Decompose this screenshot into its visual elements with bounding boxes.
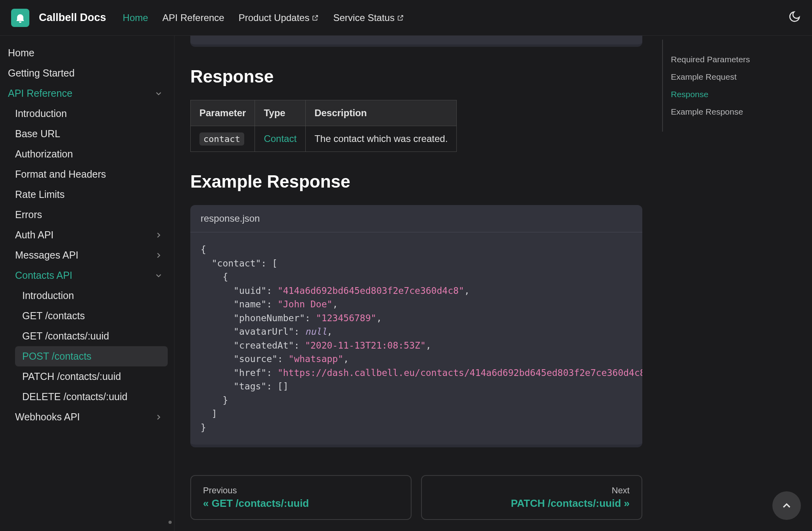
response-table: Parameter Type Description contact Conta…	[190, 100, 457, 152]
example-response-codeblock: response.json { "contact": [ { "uuid": "…	[190, 205, 642, 447]
example-response-heading: Example Response	[190, 172, 642, 192]
sidebar-errors[interactable]: Errors	[0, 205, 171, 225]
chevron-right-icon	[154, 231, 163, 240]
cell-type: Contact	[255, 126, 306, 152]
chevron-right-icon	[154, 413, 163, 422]
table-of-contents: Required Parameters Example Request Resp…	[662, 40, 793, 132]
external-link-icon	[312, 14, 319, 21]
navbar: Callbell Docs Home API Reference Product…	[0, 0, 812, 36]
cell-parameter: contact	[191, 126, 255, 152]
sidebar-api-reference[interactable]: API Reference	[0, 83, 171, 104]
next-label: Next	[434, 485, 630, 496]
sidebar-post-contacts[interactable]: POST /contacts	[15, 346, 168, 366]
pagination: Previous « GET /contacts/:uuid Next PATC…	[190, 475, 642, 520]
json-phone: "123456789"	[316, 313, 376, 323]
sidebar-rate-limits-label: Rate Limits	[15, 189, 65, 200]
cell-description: The contact which was created.	[306, 126, 457, 152]
theme-toggle[interactable]	[788, 10, 801, 25]
sidebar-delete-contact[interactable]: DELETE /contacts/:uuid	[0, 387, 171, 407]
sidebar-get-contact-uuid[interactable]: GET /contacts/:uuid	[0, 326, 171, 346]
type-link-contact[interactable]: Contact	[264, 133, 297, 144]
table-header-parameter: Parameter	[191, 100, 255, 126]
sidebar-messages-api-label: Messages API	[15, 249, 79, 261]
sidebar-api-reference-label: API Reference	[8, 88, 73, 99]
sidebar-introduction-label: Introduction	[15, 108, 67, 119]
table-header-description: Description	[306, 100, 457, 126]
json-name: "John Doe"	[278, 299, 332, 309]
chevron-down-icon	[154, 271, 163, 280]
sidebar-getting-started-label: Getting Started	[8, 67, 75, 79]
chevron-down-icon	[154, 89, 163, 98]
toc-required-parameters[interactable]: Required Parameters	[671, 51, 785, 68]
code-header: response.json	[190, 205, 642, 232]
scroll-to-top-button[interactable]	[772, 491, 801, 520]
prev-page-card[interactable]: Previous « GET /contacts/:uuid	[190, 475, 412, 520]
sidebar-contacts-intro[interactable]: Introduction	[0, 286, 171, 306]
external-link-icon	[397, 14, 404, 21]
sidebar-errors-label: Errors	[15, 209, 42, 220]
nav-service-status-label: Service Status	[333, 12, 395, 23]
sidebar-get-contacts[interactable]: GET /contacts	[0, 306, 171, 326]
json-source: "whatsapp"	[289, 354, 343, 364]
nav-links: Home API Reference Product Updates Servi…	[123, 12, 404, 23]
sidebar-home-label: Home	[8, 47, 34, 59]
sidebar: Home Getting Started API Reference Intro…	[0, 36, 174, 531]
moon-icon	[788, 10, 801, 23]
sidebar-base-url[interactable]: Base URL	[0, 124, 171, 144]
main-content: Response Parameter Type Description cont…	[174, 36, 658, 531]
nav-api-reference[interactable]: API Reference	[163, 12, 224, 23]
code-content: { "contact": [ { "uuid": "414a6d692bd645…	[190, 232, 642, 445]
toc-response[interactable]: Response	[671, 86, 785, 103]
sidebar-auth-api[interactable]: Auth API	[0, 225, 171, 245]
json-created: "2020-11-13T21:08:53Z"	[305, 340, 426, 351]
layout: Home Getting Started API Reference Intro…	[0, 36, 812, 531]
prev-label: Previous	[203, 485, 399, 496]
sidebar-patch-contact[interactable]: PATCH /contacts/:uuid	[0, 366, 171, 387]
json-href: "https://dash.callbell.eu/contacts/414a6…	[278, 368, 642, 378]
nav-home[interactable]: Home	[123, 12, 148, 23]
nav-product-updates[interactable]: Product Updates	[239, 12, 319, 23]
toc-example-request[interactable]: Example Request	[671, 68, 785, 86]
bell-icon	[15, 12, 26, 23]
json-uuid: "414a6d692bd645ed803f2e7ce360d4c8"	[278, 286, 464, 296]
chevron-right-icon	[154, 251, 163, 260]
codeblock-remnant	[190, 36, 642, 47]
navbar-left: Callbell Docs Home API Reference Product…	[11, 9, 404, 27]
nav-product-updates-label: Product Updates	[239, 12, 310, 23]
sidebar-webhooks-api-label: Webhooks API	[15, 411, 80, 423]
sidebar-getting-started[interactable]: Getting Started	[0, 63, 171, 83]
sidebar-authorization-label: Authorization	[15, 148, 73, 160]
sidebar-contacts-api[interactable]: Contacts API	[0, 265, 171, 286]
sidebar-auth-api-label: Auth API	[15, 229, 54, 241]
json-avatar: null	[305, 326, 327, 337]
sidebar-contacts-api-label: Contacts API	[15, 270, 73, 281]
toc-example-response[interactable]: Example Response	[671, 103, 785, 121]
logo[interactable]	[11, 9, 29, 27]
param-code: contact	[199, 132, 244, 146]
response-heading: Response	[190, 67, 642, 86]
next-page-card[interactable]: Next PATCH /contacts/:uuid »	[421, 475, 642, 520]
table-row: contact Contact The contact which was cr…	[191, 126, 457, 152]
sidebar-format-headers[interactable]: Format and Headers	[0, 164, 171, 184]
sidebar-authorization[interactable]: Authorization	[0, 144, 171, 164]
brand-title[interactable]: Callbell Docs	[39, 12, 106, 24]
sidebar-format-headers-label: Format and Headers	[15, 169, 106, 180]
next-title: PATCH /contacts/:uuid »	[434, 497, 630, 510]
sidebar-home[interactable]: Home	[0, 43, 171, 63]
chevron-up-icon	[780, 499, 793, 512]
prev-title: « GET /contacts/:uuid	[203, 497, 399, 510]
sidebar-messages-api[interactable]: Messages API	[0, 245, 171, 265]
sidebar-base-url-label: Base URL	[15, 128, 60, 140]
nav-service-status[interactable]: Service Status	[333, 12, 404, 23]
sidebar-rate-limits[interactable]: Rate Limits	[0, 184, 171, 205]
sidebar-introduction[interactable]: Introduction	[0, 104, 171, 124]
table-header-type: Type	[255, 100, 306, 126]
sidebar-webhooks-api[interactable]: Webhooks API	[0, 407, 171, 427]
